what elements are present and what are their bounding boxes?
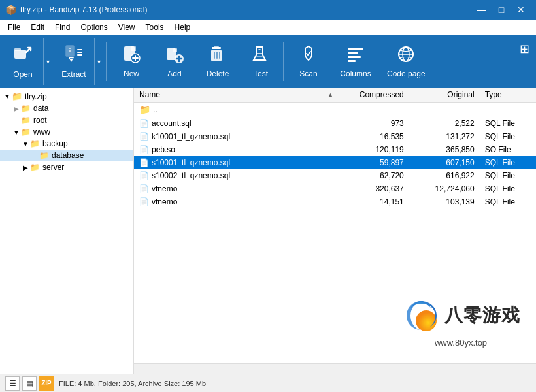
col-header-compressed: Compressed (339, 88, 409, 103)
add-label: Add (167, 69, 181, 78)
tree-item-data[interactable]: ▶ 📁 data (0, 103, 133, 114)
menu-file[interactable]: File (3, 22, 25, 33)
delete-icon (208, 44, 227, 67)
columns-button[interactable]: Columns (332, 38, 379, 85)
file-table: Name ▲ Compressed Original Type (134, 88, 536, 208)
scan-button[interactable]: Scan (286, 38, 331, 85)
add-button[interactable]: Add (155, 38, 194, 85)
file-icon: 📄 (139, 145, 149, 154)
svg-rect-17 (348, 48, 363, 50)
open-icon (13, 44, 33, 67)
new-label: New (124, 69, 139, 78)
tree-label-backup: backup (42, 139, 68, 148)
status-bar: ☰ ▤ ZIP FILE: 4 Mb, Folder: 205, Archive… (0, 374, 536, 392)
scan-label: Scan (299, 69, 317, 78)
svg-rect-0 (14, 50, 26, 59)
tree-item-database[interactable]: 📁 database (0, 150, 133, 161)
table-row[interactable]: 📄vtnemo 14,151 103,139 SQL File (134, 195, 536, 208)
file-name: 📄s10001_tl_qznemo.sql (134, 156, 339, 169)
test-button[interactable]: Test (241, 38, 280, 85)
file-type: SQL File (480, 182, 536, 195)
file-icon: 📄 (139, 132, 149, 141)
hscroll-bar[interactable] (134, 363, 536, 374)
open-dropdown-arrow[interactable]: ▾ (43, 38, 52, 85)
menu-find[interactable]: Find (50, 22, 75, 33)
file-original: 365,850 (409, 143, 480, 156)
col-header-type: Type (480, 88, 536, 103)
file-compressed: 16,535 (339, 130, 409, 143)
menu-view[interactable]: View (113, 22, 141, 33)
col-header-name: Name ▲ (134, 88, 339, 103)
file-type: SQL File (480, 156, 536, 169)
svg-rect-9 (173, 48, 177, 52)
new-button[interactable]: New (109, 38, 154, 85)
tree-panel: ▼ 📁 tlry.zip ▶ 📁 data 📁 root ▼ 📁 www ▼ 📁… (0, 88, 134, 374)
view-details-button[interactable]: ☰ (5, 376, 20, 391)
codepage-icon (396, 44, 416, 67)
open-button[interactable]: Open (3, 38, 43, 85)
file-icon: 📄 (139, 171, 149, 180)
up-label: .. (153, 105, 158, 114)
tree-item-server[interactable]: ▶ 📁 server (0, 161, 133, 173)
table-row[interactable]: 📄vtnemo 320,637 12,724,060 SQL File (134, 182, 536, 195)
tree-item-backup[interactable]: ▼ 📁 backup (0, 138, 133, 150)
table-row[interactable]: 📄k10001_tl_gznemo.sql 16,535 131,272 SQL… (134, 130, 536, 143)
file-scroll[interactable]: Name ▲ Compressed Original Type (134, 88, 536, 363)
table-row[interactable]: 📄peb.so 120,119 365,850 SO File (134, 143, 536, 156)
status-icons: ☰ ▤ ZIP (5, 376, 54, 391)
maximize-button[interactable]: □ (492, 0, 511, 20)
table-row[interactable]: 📄account.sql 973 2,522 SQL File (134, 117, 536, 130)
extract-button-wrap: Extract ▾ (54, 38, 103, 85)
file-type: SQL File (480, 130, 536, 143)
grid-view-button[interactable]: ⊞ (520, 42, 529, 56)
table-row[interactable]: 📄s10001_tl_qznemo.sql 59,897 607,150 SQL… (134, 156, 536, 169)
folder-icon-server: 📁 (30, 163, 40, 172)
title-bar: 📦 tlry.zip - Bandizip 7.13 (Professional… (0, 0, 536, 20)
tree-item-root[interactable]: 📁 root (0, 114, 133, 126)
view-list-button[interactable]: ▤ (22, 376, 37, 391)
menu-options[interactable]: Options (75, 22, 112, 33)
menu-edit[interactable]: Edit (25, 22, 50, 33)
extract-dropdown-arrow[interactable]: ▾ (94, 38, 103, 85)
extract-label: Extract (61, 70, 86, 79)
delete-button[interactable]: Delete (195, 38, 240, 85)
file-compressed: 973 (339, 117, 409, 130)
tree-label-server: server (42, 163, 64, 172)
folder-icon-database: 📁 (39, 151, 49, 160)
svg-rect-3 (69, 48, 71, 49)
file-icon: 📄 (139, 158, 149, 167)
table-row[interactable]: 📁 .. (134, 103, 536, 118)
tree-label-www: www (33, 127, 50, 137)
extract-button[interactable]: Extract (54, 38, 94, 85)
file-name: 📄vtnemo (134, 182, 339, 195)
menu-bar: File Edit Find Options View Tools Help (0, 20, 536, 35)
main-content: ▼ 📁 tlry.zip ▶ 📁 data 📁 root ▼ 📁 www ▼ 📁… (0, 88, 536, 374)
tree-item-www[interactable]: ▼ 📁 www (0, 126, 133, 138)
minimize-button[interactable]: — (472, 0, 492, 20)
app-title: tlry.zip - Bandizip 7.13 (Professional) (20, 5, 148, 14)
codepage-button[interactable]: Code page (380, 38, 432, 85)
file-original: 2,522 (409, 117, 480, 130)
file-icon: 📄 (139, 197, 149, 206)
file-compressed: 62,720 (339, 169, 409, 182)
add-icon (165, 44, 184, 67)
svg-rect-16 (219, 52, 220, 59)
menu-help[interactable]: Help (169, 22, 196, 33)
file-name: 📄account.sql (134, 117, 339, 130)
file-type (480, 103, 536, 118)
file-original: 616,922 (409, 169, 480, 182)
file-compressed: 59,897 (339, 156, 409, 169)
table-row[interactable]: 📄s10002_tl_qznemo.sql 62,720 616,922 SQL… (134, 169, 536, 182)
extract-icon (63, 44, 84, 67)
menu-tools[interactable]: Tools (141, 22, 169, 33)
svg-rect-1 (14, 48, 21, 51)
svg-rect-14 (214, 52, 215, 59)
folder-icon-root: 📁 (21, 116, 31, 125)
folder-icon-backup: 📁 (30, 139, 40, 148)
svg-rect-4 (69, 50, 71, 52)
up-folder-icon: 📁 (139, 105, 150, 115)
close-button[interactable]: ✕ (511, 0, 531, 20)
tree-item-tlry[interactable]: ▼ 📁 tlry.zip (0, 90, 133, 103)
file-icon: 📄 (139, 119, 149, 128)
test-label: Test (254, 69, 268, 78)
